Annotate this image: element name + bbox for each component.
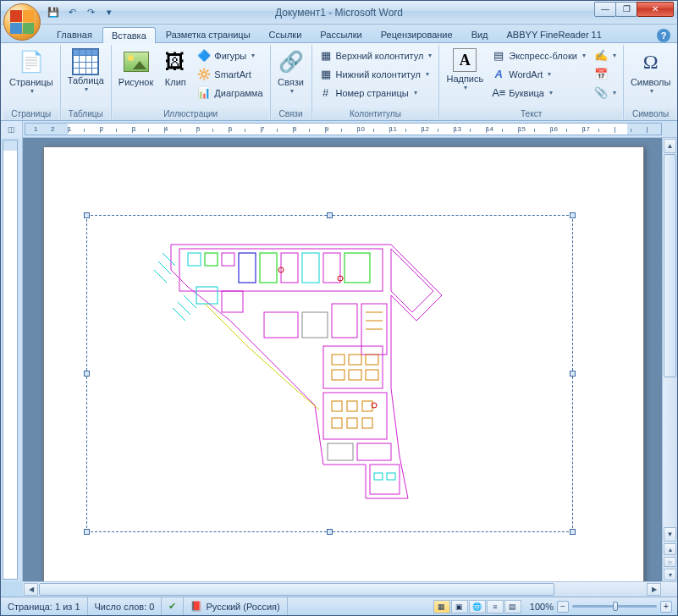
hscroll-track[interactable] [39,582,646,597]
horizontal-scrollbar[interactable]: ◀ ▶ [23,581,677,597]
status-spellcheck[interactable]: ✔ [162,597,184,615]
clip-label: Клип [165,77,186,87]
view-print-layout[interactable]: ▦ [433,600,450,613]
help-button[interactable]: ? [657,29,670,42]
qat-undo-button[interactable]: ↶ [63,4,80,21]
dropdown-icon: ▾ [548,70,551,78]
clip-button[interactable]: 🖼 Клип [158,47,192,89]
browse-prev-button[interactable]: ▴ [664,543,676,555]
zoom-in-button[interactable]: + [660,601,672,613]
scroll-down-button[interactable]: ▼ [664,527,676,542]
picture-label: Рисунок [119,77,154,87]
links-label: Связи [278,77,304,87]
tab-insert[interactable]: Вставка [102,27,156,43]
shapes-button[interactable]: 🔷Фигуры▾ [194,47,266,64]
status-language[interactable]: 📕Русский (Россия) [184,597,287,615]
zoom-value[interactable]: 100% [530,602,554,612]
tab-page-layout[interactable]: Разметка страницы [157,27,259,42]
qat-redo-button[interactable]: ↷ [82,4,99,21]
tab-view[interactable]: Вид [463,27,497,42]
vertical-ruler[interactable] [1,138,23,581]
zoom-out-button[interactable]: − [557,601,569,613]
header-button[interactable]: ▦Верхний колонтитул▾ [316,47,436,64]
wordart-button[interactable]: AWordArt▾ [488,65,589,83]
picture-button[interactable]: Рисунок [115,47,157,89]
group-headerfooter: ▦Верхний колонтитул▾ ▦Нижний колонтитул▾… [312,45,440,120]
group-illustrations-label: Иллюстрации [113,108,269,120]
dropdown-icon: ▾ [414,89,417,96]
status-page[interactable]: Страница: 1 из 1 [1,597,88,615]
textbox-button[interactable]: A Надпись ▾ [443,47,487,93]
dropcap-button[interactable]: A≡Буквица▾ [488,84,589,102]
view-outline[interactable]: ≡ [487,600,504,613]
group-tables-label: Таблицы [62,108,110,120]
object-icon: 📎 [594,86,608,100]
footer-button[interactable]: ▦Нижний колонтитул▾ [316,65,436,83]
links-button[interactable]: 🔗 Связи ▾ [274,47,308,96]
table-icon [72,48,99,75]
resize-handle-ml[interactable] [84,371,90,377]
tab-abbyy[interactable]: ABBYY FineReader 11 [499,27,610,42]
resize-handle-bl[interactable] [84,529,90,535]
qat-save-button[interactable]: 💾 [45,4,62,21]
dropcap-label: Буквица [509,88,544,98]
signature-button[interactable]: ✍▾ [591,47,620,64]
vscroll-thumb[interactable] [664,154,676,377]
ruler-corner[interactable]: ◫ [1,121,23,138]
clip-icon: 🖼 [162,48,189,75]
minimize-button[interactable]: — [594,2,616,17]
window-controls: — ❐ ✕ [595,2,674,17]
link-icon: 🔗 [278,48,305,75]
tab-home[interactable]: Главная [48,27,101,42]
office-button[interactable] [3,3,41,41]
resize-handle-tr[interactable] [570,212,576,218]
object-button[interactable]: 📎▾ [591,84,620,102]
group-links: 🔗 Связи ▾ Связи [271,45,312,120]
page[interactable] [43,146,644,581]
omega-icon: Ω [637,48,664,75]
browse-next-button[interactable]: ▾ [664,569,676,580]
datetime-button[interactable]: 📅 [591,65,620,83]
image-selection[interactable] [86,215,573,532]
horizontal-ruler[interactable]: 121234567891011121314151617 [25,123,662,135]
tab-review[interactable]: Рецензирование [372,27,461,42]
group-illustrations: Рисунок 🖼 Клип 🔷Фигуры▾ 🔆SmartArt 📊Диагр… [112,45,271,120]
chart-button[interactable]: 📊Диаграмма [194,84,266,102]
resize-handle-tl[interactable] [84,212,90,218]
book-icon: 📕 [190,601,202,612]
document-area[interactable] [23,138,662,581]
maximize-button[interactable]: ❐ [615,2,637,17]
zoom-slider[interactable] [572,605,657,608]
shapes-label: Фигуры [214,51,246,61]
wordart-label: WordArt [509,69,543,80]
pagenum-button[interactable]: #Номер страницы▾ [316,84,436,102]
browse-select-button[interactable]: ○ [664,557,676,567]
resize-handle-mr[interactable] [570,371,576,377]
scroll-left-button[interactable]: ◀ [24,583,38,596]
tab-references[interactable]: Ссылки [261,27,311,42]
dropdown-icon: ▾ [650,87,653,95]
hscroll-thumb[interactable] [39,583,554,596]
pages-button[interactable]: 📄 Страницы ▾ [6,47,57,96]
status-words[interactable]: Число слов: 0 [88,597,163,615]
scroll-right-button[interactable]: ▶ [647,583,661,596]
table-button[interactable]: Таблица ▾ [64,47,107,95]
zoom-controls: 100% − + [525,601,677,613]
resize-handle-br[interactable] [570,529,576,535]
scroll-up-button[interactable]: ▲ [664,139,676,153]
quickparts-button[interactable]: ▤Экспресс-блоки▾ [488,47,589,64]
resize-handle-bm[interactable] [327,529,333,535]
close-button[interactable]: ✕ [637,2,674,17]
qat-customize-button[interactable]: ▾ [101,4,118,21]
vertical-scrollbar[interactable]: ▲ ▼ ▴ ○ ▾ [662,138,677,581]
vscroll-track[interactable] [664,154,676,526]
zoom-thumb[interactable] [613,602,618,611]
resize-handle-tm[interactable] [327,212,333,218]
smartart-button[interactable]: 🔆SmartArt [194,65,266,83]
view-draft[interactable]: ▤ [504,600,521,613]
tab-mailings[interactable]: Рассылки [311,27,370,42]
symbols-button[interactable]: Ω Символы ▾ [627,47,675,96]
view-fullscreen[interactable]: ▣ [451,600,468,613]
quickparts-label: Экспресс-блоки [509,51,577,61]
view-web[interactable]: 🌐 [469,600,486,613]
